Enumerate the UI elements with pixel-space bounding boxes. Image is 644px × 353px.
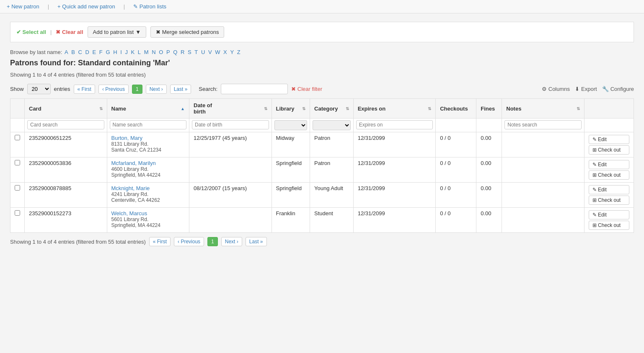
category-filter-select[interactable]: [313, 120, 351, 130]
row-dob-1: [189, 157, 272, 183]
patron-name-link-0[interactable]: Burton, Mary: [111, 135, 142, 141]
row-dob-0: 12/25/1977 (45 years): [189, 132, 272, 157]
browse-letter-n[interactable]: N: [152, 49, 155, 55]
first-page-button[interactable]: « First: [74, 85, 95, 94]
th-name[interactable]: Name ▲: [107, 99, 189, 119]
footer-next-button[interactable]: Next ›: [221, 237, 242, 246]
browse-letter-s[interactable]: S: [188, 49, 191, 55]
show-entries-select[interactable]: 20 50 100: [27, 84, 51, 94]
row-library-2: Springfield: [272, 183, 310, 208]
export-button[interactable]: ⬇ Export: [575, 86, 597, 92]
browse-letter-j[interactable]: J: [125, 49, 128, 55]
browse-letter-h[interactable]: H: [113, 49, 117, 55]
next-page-button[interactable]: Next ›: [146, 85, 167, 94]
browse-letter-g[interactable]: G: [106, 49, 110, 55]
dob-search-input[interactable]: [192, 120, 269, 129]
columns-icon: ⚙: [542, 86, 547, 92]
showing-info-top: Showing 1 to 4 of 4 entries (filtered fr…: [10, 72, 634, 78]
patron-name-link-1[interactable]: Mcfarland, Marilyn: [111, 160, 156, 166]
browse-letter-u[interactable]: U: [201, 49, 205, 55]
edit-button-3[interactable]: ✎ Edit: [589, 210, 629, 219]
th-notes[interactable]: Notes ⇅: [502, 99, 585, 119]
edit-button-2[interactable]: ✎ Edit: [589, 185, 629, 194]
row-actions-3: ✎ Edit⊞ Check out: [584, 208, 634, 233]
edit-button-0[interactable]: ✎ Edit: [589, 135, 629, 144]
browse-letter-q[interactable]: Q: [173, 49, 177, 55]
row-notes-0: [502, 132, 585, 157]
browse-letter-d[interactable]: D: [85, 49, 89, 55]
clear-filter-button[interactable]: ✖ Clear filter: [291, 86, 322, 92]
row-checkbox-1[interactable]: [15, 160, 20, 165]
row-checkbox-3[interactable]: [15, 210, 20, 216]
last-page-button[interactable]: Last »: [170, 85, 191, 94]
filter-category-col: [310, 119, 354, 132]
browse-letter-o[interactable]: O: [159, 49, 163, 55]
sort-icon-notes: ⇅: [577, 106, 580, 111]
th-category[interactable]: Category ⇅: [310, 99, 354, 119]
browse-letter-x[interactable]: X: [223, 49, 227, 55]
browse-letter-w[interactable]: W: [215, 49, 220, 55]
notes-search-input[interactable]: [504, 120, 582, 129]
browse-letter-i[interactable]: I: [120, 49, 122, 55]
select-all-col: [10, 99, 25, 119]
browse-letter-f[interactable]: F: [99, 49, 103, 55]
patron-name-link-3[interactable]: Welch, Marcus: [111, 210, 147, 216]
th-dob[interactable]: Date ofbirth ⇅: [189, 99, 272, 119]
add-to-patron-list-button[interactable]: Add to patron list ▼: [88, 26, 146, 38]
browse-letter-l[interactable]: L: [138, 49, 141, 55]
browse-letter-t[interactable]: T: [194, 49, 198, 55]
th-library[interactable]: Library ⇅: [272, 99, 310, 119]
right-controls: ⚙ Columns ⬇ Export 🔧 Configure: [542, 86, 634, 92]
browse-letter-r[interactable]: R: [181, 49, 184, 55]
row-category-2: Young Adult: [310, 183, 354, 208]
browse-letter-p[interactable]: P: [166, 49, 170, 55]
browse-letter-m[interactable]: M: [144, 49, 149, 55]
edit-button-1[interactable]: ✎ Edit: [589, 160, 629, 169]
row-checkbox-2[interactable]: [15, 185, 20, 191]
footer-previous-button[interactable]: ‹ Previous: [174, 237, 204, 246]
patron-address-0: 8131 Library Rd.Santa Cruz, CA 21234: [111, 141, 185, 153]
row-dob-3: [189, 208, 272, 233]
patron-name-link-2[interactable]: Mcknight, Marie: [111, 185, 150, 191]
browse-letter-e[interactable]: E: [93, 49, 96, 55]
columns-button[interactable]: ⚙ Columns: [542, 86, 570, 92]
row-library-0: Midway: [272, 132, 310, 157]
name-search-input[interactable]: [110, 120, 187, 129]
browse-letter-c[interactable]: C: [78, 49, 82, 55]
filter-expires-col: [353, 119, 436, 132]
th-card[interactable]: Card ⇅: [25, 99, 107, 119]
checkout-button-2[interactable]: ⊞ Check out: [589, 196, 629, 205]
table-filter-row: [10, 119, 634, 132]
patron-lists-link[interactable]: ✎ Patron lists: [133, 3, 166, 10]
dropdown-arrow-icon: ▼: [135, 29, 141, 35]
footer-last-button[interactable]: Last »: [246, 237, 267, 246]
row-name-2: Mcknight, Marie4241 Library Rd.Centervil…: [107, 183, 189, 208]
browse-letter-b[interactable]: B: [71, 49, 75, 55]
checkout-button-1[interactable]: ⊞ Check out: [589, 170, 629, 180]
row-checkbox-0[interactable]: [15, 135, 20, 140]
patron-address-3: 5601 Library Rd.Springfield, MA 44224: [111, 216, 185, 228]
browse-letter-k[interactable]: K: [131, 49, 135, 55]
browse-letter-z[interactable]: Z: [237, 49, 241, 55]
browse-letter-v[interactable]: V: [208, 49, 212, 55]
new-patron-link[interactable]: + New patron: [7, 3, 39, 10]
library-filter-select[interactable]: [274, 120, 308, 130]
merge-selected-patrons-button[interactable]: ✖ Merge selected patrons: [150, 26, 224, 38]
previous-page-button[interactable]: ‹ Previous: [98, 85, 129, 94]
row-actions-0: ✎ Edit⊞ Check out: [584, 132, 634, 157]
quick-add-patron-link[interactable]: + Quick add new patron: [57, 3, 115, 10]
row-fines-2: 0.00: [476, 183, 502, 208]
expires-search-input[interactable]: [356, 120, 433, 129]
browse-letter-y[interactable]: Y: [230, 49, 234, 55]
browse-letter-a[interactable]: A: [65, 49, 68, 55]
sort-icon-expires: ⇅: [428, 106, 431, 111]
configure-button[interactable]: 🔧 Configure: [602, 86, 634, 92]
checkout-button-3[interactable]: ⊞ Check out: [589, 221, 629, 230]
card-search-input[interactable]: [27, 120, 104, 129]
footer-first-button[interactable]: « First: [149, 237, 171, 246]
checkout-button-0[interactable]: ⊞ Check out: [589, 145, 629, 155]
clear-all-button[interactable]: ✖ Clear all: [56, 29, 83, 35]
search-input[interactable]: [221, 84, 288, 94]
th-expires-on[interactable]: Expires on ⇅: [353, 99, 436, 119]
select-all-button[interactable]: ✔ Select all: [16, 29, 46, 35]
